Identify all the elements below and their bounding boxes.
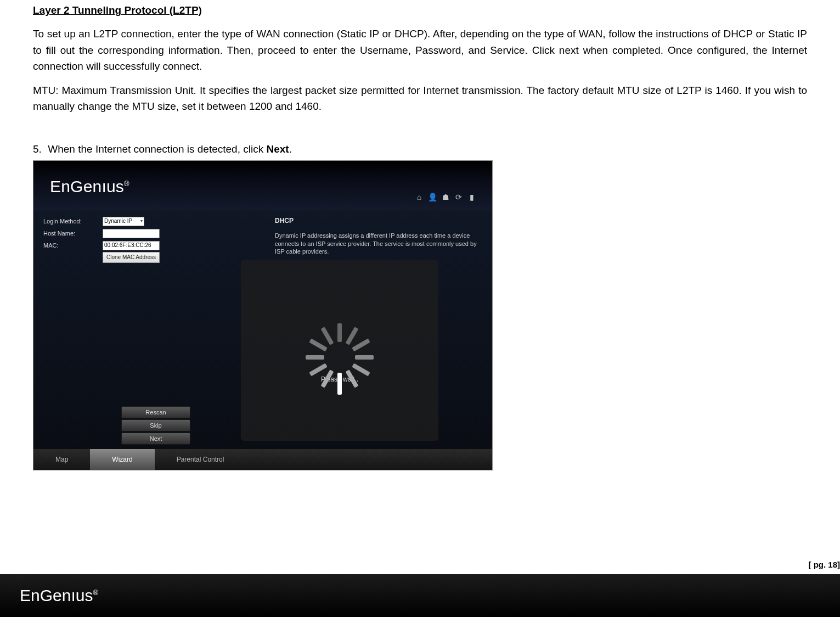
please-wait-overlay: Please wait.. — [241, 260, 438, 441]
bottom-tabs: Map Wizard Parental Control — [33, 449, 492, 470]
step-text-post: . — [289, 143, 292, 155]
page-number: [ pg. 18] — [808, 558, 840, 571]
logo-reg: ® — [124, 180, 129, 188]
header-icons: ⌂ 👤 ☗ ⟳ ▮ — [414, 193, 477, 203]
device-icon[interactable]: ▮ — [467, 193, 477, 203]
section-heading: Layer 2 Tunneling Protocol (L2TP) — [33, 2, 807, 18]
host-label: Host Name: — [43, 229, 103, 238]
tab-map[interactable]: Map — [33, 449, 90, 470]
home-icon[interactable]: ⌂ — [414, 193, 424, 203]
form-area: Login Method: Dynamic IP Host Name: MAC:… — [43, 216, 230, 263]
step-5: 5. When the Internet connection is detec… — [33, 141, 807, 157]
clone-mac-button[interactable]: Clone MAC Address — [103, 252, 160, 263]
info-text: Dynamic IP addressing assigns a differen… — [275, 232, 477, 256]
shot-body: Login Method: Dynamic IP Host Name: MAC:… — [33, 210, 492, 449]
refresh-icon[interactable]: ⟳ — [454, 193, 464, 203]
action-buttons: Rescan Skip Next — [121, 406, 190, 445]
row-login: Login Method: Dynamic IP — [43, 216, 230, 227]
info-title: DHCP — [275, 216, 477, 226]
user-icon[interactable]: 👤 — [427, 193, 437, 203]
tab-parental[interactable]: Parental Control — [155, 449, 246, 470]
rescan-button[interactable]: Rescan — [121, 406, 190, 418]
footer-logo-reg: ® — [93, 588, 98, 597]
step-text-bold: Next — [266, 143, 289, 155]
next-button[interactable]: Next — [121, 433, 190, 445]
page-footer: EnGenıus® — [0, 574, 840, 617]
router-screenshot: EnGenıus® ⌂ 👤 ☗ ⟳ ▮ Login Method: Dynami… — [33, 160, 493, 470]
spinner-icon — [298, 316, 381, 399]
mac-input[interactable]: 00:02:6F:E3:CC:26 — [103, 241, 160, 250]
logo-text: EnGenıus — [50, 177, 124, 195]
footer-logo-text: EnGenıus — [20, 586, 93, 604]
row-clone: Clone MAC Address — [43, 252, 230, 263]
step-number: 5. — [33, 141, 45, 157]
skip-button[interactable]: Skip — [121, 419, 190, 431]
mac-label: MAC: — [43, 241, 103, 250]
paragraph-1: To set up an L2TP connection, enter the … — [33, 26, 807, 74]
host-name-input[interactable] — [103, 229, 160, 238]
login-label: Login Method: — [43, 217, 103, 226]
row-host: Host Name: — [43, 228, 230, 239]
row-mac: MAC: 00:02:6F:E3:CC:26 — [43, 240, 230, 251]
footer-logo: EnGenıus® — [20, 583, 98, 609]
login-method-select[interactable]: Dynamic IP — [103, 217, 144, 226]
paragraph-2: MTU: Maximum Transmission Unit. It speci… — [33, 82, 807, 115]
shield-icon[interactable]: ☗ — [441, 193, 450, 203]
engenius-logo: EnGenıus® — [50, 174, 129, 200]
shot-header: EnGenıus® ⌂ 👤 ☗ ⟳ ▮ — [33, 161, 492, 210]
step-text-pre: When the Internet connection is detected… — [48, 143, 266, 155]
info-panel: DHCP Dynamic IP addressing assigns a dif… — [275, 216, 477, 256]
tab-wizard[interactable]: Wizard — [90, 449, 154, 470]
